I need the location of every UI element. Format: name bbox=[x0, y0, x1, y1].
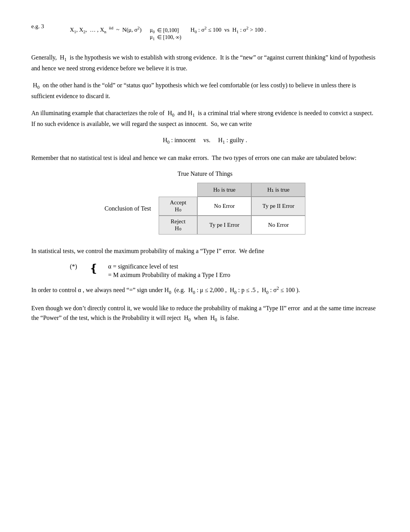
paragraph-2: H0 on the other hand is the “old” or “st… bbox=[31, 80, 379, 101]
sig-line-2: = M aximum Probability of making a Type … bbox=[108, 272, 230, 279]
eg-line: e.g. 3 X1, X2, … , Xn iid ~ N(μ, σ2) μ0 … bbox=[31, 23, 379, 41]
mu1-row: μ1 ∈ [100, ∞) bbox=[150, 34, 181, 41]
grid-empty bbox=[159, 183, 197, 197]
no-error-2: No Error bbox=[251, 216, 305, 235]
error-table-section: True Nature of Things Conclusion of Test… bbox=[31, 170, 379, 235]
paragraph-6: In order to control α , we always need “… bbox=[31, 285, 379, 296]
page-content: e.g. 3 X1, X2, … , Xn iid ~ N(μ, σ2) μ0 … bbox=[31, 23, 379, 324]
eg-label: e.g. 3 bbox=[31, 23, 54, 30]
iid-label: iid bbox=[108, 25, 113, 30]
error-table-wrapper: Conclusion of Test H₀ is true H₁ is true… bbox=[31, 183, 379, 235]
paragraph-4: Remember that no statistical test is ide… bbox=[31, 153, 379, 163]
mu-sigma-block: μ0 ∈ [0,100] μ1 ∈ [100, ∞) bbox=[150, 27, 181, 41]
reject-h0-label: Reject H₀ bbox=[159, 216, 197, 235]
h1-is-true-header: H₁ is true bbox=[251, 183, 305, 197]
paragraph-5: In statistical tests, we control the max… bbox=[31, 246, 379, 256]
mu0-row: μ0 ∈ [0,100] bbox=[150, 27, 181, 34]
type-ii-error: Ty pe II Error bbox=[251, 197, 305, 216]
no-error-1: No Error bbox=[197, 197, 251, 216]
significance-lines: α = significance level of test = M aximu… bbox=[108, 263, 230, 279]
paragraph-3: An illuminating example that characteriz… bbox=[31, 108, 379, 129]
conclusion-label: Conclusion of Test bbox=[105, 205, 151, 212]
star-label: (*) bbox=[70, 263, 81, 270]
type-i-error: Ty pe I Error bbox=[197, 216, 251, 235]
example-block: e.g. 3 X1, X2, … , Xn iid ~ N(μ, σ2) μ0 … bbox=[31, 23, 379, 41]
sig-line-1: α = significance level of test bbox=[108, 263, 230, 270]
centered-hypothesis: H0 : innocent vs. H1 : guilty . bbox=[31, 137, 379, 145]
distribution-line: X1, X2, … , Xn iid ~ N(μ, σ2) μ0 ∈ [0,10… bbox=[70, 23, 266, 41]
paragraph-7: Even though we don’t directly control it… bbox=[31, 303, 379, 324]
brace-icon: ❴ bbox=[89, 263, 98, 274]
accept-h0-label: Accept H₀ bbox=[159, 197, 197, 216]
error-table-title: True Nature of Things bbox=[31, 170, 379, 177]
hypothesis-inline: H0 : σ2 ≤ 100 vs H1 : σ2 > 100 . bbox=[190, 27, 266, 33]
paragraph-1: Generally, H1 is the hypothesis we wish … bbox=[31, 53, 379, 73]
significance-block: (*) ❴ α = significance level of test = M… bbox=[70, 263, 379, 279]
error-grid: H₀ is true H₁ is true Accept H₀ No Error… bbox=[159, 183, 305, 235]
h0-is-true-header: H₀ is true bbox=[197, 183, 251, 197]
